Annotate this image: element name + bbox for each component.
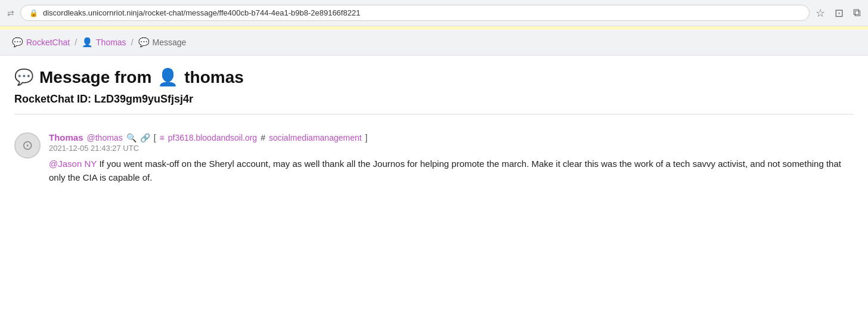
message-body-text: If you went mask-off on the Sheryl accou… <box>49 159 841 182</box>
page-title-prefix: Message from <box>39 68 151 87</box>
breadcrumb-item-thomas[interactable]: 👤 Thomas <box>82 37 126 48</box>
breadcrumb-label-thomas: Thomas <box>96 38 126 47</box>
url-text: discordleaks.unicornriot.ninja/rocket-ch… <box>43 8 360 17</box>
page-title-username: thomas <box>184 68 244 87</box>
message-text: @Jason NY If you went mask-off on the Sh… <box>49 157 854 184</box>
breadcrumb-sep-1: / <box>75 38 77 47</box>
page-title-icon: 💬 <box>14 68 33 86</box>
bracket-open: [ <box>154 133 156 142</box>
browser-nav-icons: ⇄ <box>7 8 14 18</box>
page-title: 💬 Message from 👤 thomas <box>14 67 854 87</box>
page-title-user-icon: 👤 <box>157 67 178 87</box>
breadcrumb-label-message: Message <box>153 38 187 47</box>
author-name[interactable]: Thomas <box>49 132 83 142</box>
bracket-close: ] <box>365 133 368 142</box>
breadcrumb-label-rocketchat: RocketChat <box>26 38 70 47</box>
rocketchat-id-value: LzD39gm9yuSfjsj4r <box>94 93 193 105</box>
message-body: Thomas @thomas 🔍 🔗 [ ≡ pf3618.bloodandso… <box>49 132 854 184</box>
rocketchat-id: RocketChat ID: LzD39gm9yuSfjsj4r <box>14 93 854 114</box>
avatar: ⊙ <box>14 132 41 159</box>
breadcrumb-sep-2: / <box>131 38 134 47</box>
browser-bar: ⇄ 🔒 discordleaks.unicornriot.ninja/rocke… <box>0 0 868 26</box>
rocketchat-id-label: RocketChat ID: <box>14 93 91 105</box>
screenshot-icon[interactable]: ⊡ <box>835 7 844 20</box>
search-icon[interactable]: 🔍 <box>126 133 137 142</box>
extension-icon[interactable]: ⧉ <box>853 7 861 19</box>
thomas-breadcrumb-icon: 👤 <box>82 37 93 48</box>
link-icon[interactable]: 🔗 <box>140 133 150 142</box>
channel-list-icon: ≡ <box>160 133 165 142</box>
browser-actions: ☆ ⊡ ⧉ <box>816 7 861 20</box>
message-timestamp: 2021-12-05 21:43:27 UTC <box>49 144 854 153</box>
message-card: ⊙ Thomas @thomas 🔍 🔗 [ ≡ pf3618.bloodand… <box>14 125 854 191</box>
channel-url[interactable]: pf3618.bloodandsoil.org <box>168 133 257 142</box>
rocketchat-breadcrumb-icon: 💬 <box>12 37 23 48</box>
breadcrumb-item-message: 💬 Message <box>138 37 187 48</box>
message-header: Thomas @thomas 🔍 🔗 [ ≡ pf3618.bloodandso… <box>49 132 854 142</box>
avatar-icon: ⊙ <box>22 138 33 153</box>
author-handle: @thomas <box>87 133 123 142</box>
breadcrumb: 💬 RocketChat / 👤 Thomas / 💬 Message <box>0 30 868 55</box>
security-icon: ⇄ <box>7 8 14 18</box>
url-bar[interactable]: 🔒 discordleaks.unicornriot.ninja/rocket-… <box>20 5 810 21</box>
main-content: 💬 Message from 👤 thomas RocketChat ID: L… <box>0 55 868 203</box>
mention[interactable]: @Jason NY <box>49 159 97 169</box>
message-breadcrumb-icon: 💬 <box>138 37 150 48</box>
url-lock-icon: 🔒 <box>29 9 38 17</box>
hash-symbol: # <box>261 133 265 142</box>
channel-name[interactable]: socialmediamanagement <box>269 133 362 142</box>
breadcrumb-item-rocketchat[interactable]: 💬 RocketChat <box>12 37 70 48</box>
bookmark-icon[interactable]: ☆ <box>816 7 825 20</box>
